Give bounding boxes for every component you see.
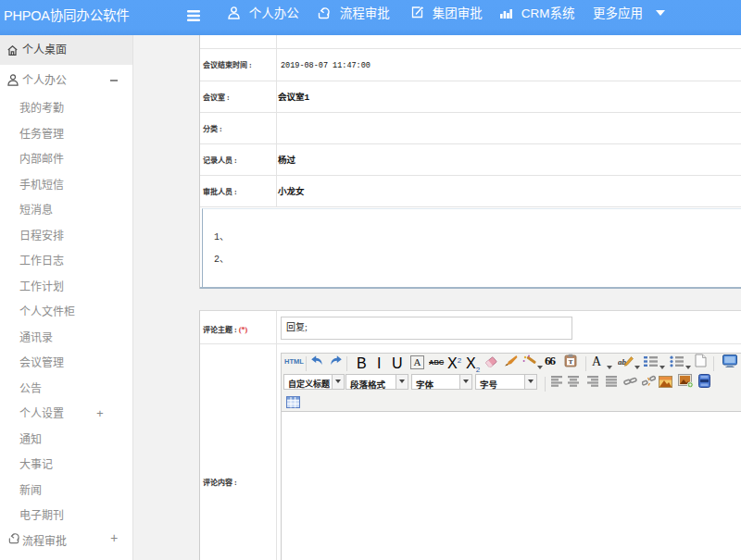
svg-text:T: T — [569, 358, 573, 366]
